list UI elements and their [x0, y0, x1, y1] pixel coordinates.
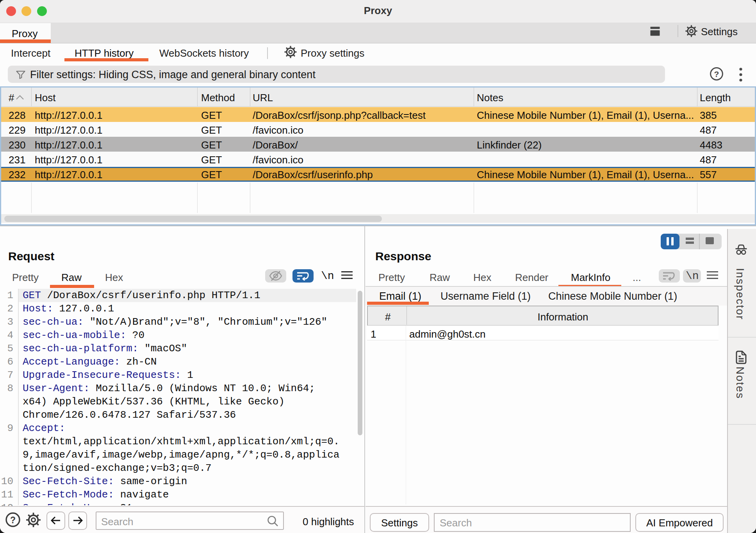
svg-text:?: ?: [10, 515, 16, 525]
svg-text:?: ?: [714, 70, 719, 79]
